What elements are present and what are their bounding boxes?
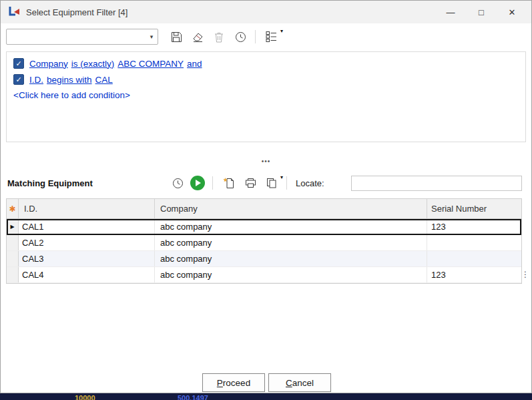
print-button[interactable] bbox=[240, 174, 260, 192]
column-header-serial[interactable]: Serial Number bbox=[427, 199, 521, 218]
condition-operator-link[interactable]: is (exactly) bbox=[71, 59, 115, 69]
table-row[interactable]: CAL2 abc company bbox=[7, 235, 521, 251]
trash-icon bbox=[213, 31, 225, 43]
cell-serial[interactable] bbox=[427, 251, 521, 266]
cell-serial[interactable] bbox=[427, 235, 521, 250]
copy-export-button[interactable]: ▾ bbox=[262, 174, 282, 192]
section-title: Matching Equipment bbox=[7, 178, 166, 188]
window-title: Select Equipment Filter [4] bbox=[26, 7, 435, 17]
table-row[interactable]: CAL4 abc company 123 bbox=[7, 267, 521, 283]
toolbar-separator bbox=[212, 176, 213, 190]
save-icon bbox=[170, 31, 183, 43]
row-selector[interactable] bbox=[7, 251, 19, 266]
filter-condition-row: ✓ I.D. begins with CAL bbox=[13, 74, 519, 85]
cell-company[interactable]: abc company bbox=[155, 219, 427, 234]
condition-conjunction-link[interactable]: and bbox=[187, 59, 202, 69]
clock-icon bbox=[172, 177, 184, 190]
eraser-icon bbox=[192, 31, 204, 43]
window-controls: — □ ✕ bbox=[435, 1, 527, 23]
column-header-company[interactable]: Company bbox=[155, 199, 427, 218]
cancel-accesskey: C bbox=[286, 378, 292, 388]
new-document-button[interactable] bbox=[219, 174, 239, 192]
filter-history-button[interactable] bbox=[230, 28, 250, 45]
background-text-fragment: 10000 bbox=[75, 394, 95, 400]
toolbar-separator bbox=[286, 176, 287, 190]
dropdown-arrow-icon: ▾ bbox=[280, 28, 283, 34]
add-condition-link[interactable]: <Click here to add condition> bbox=[13, 90, 519, 100]
filter-condition-row: ✓ Company is (exactly) ABC COMPANY and bbox=[13, 58, 519, 69]
play-icon bbox=[196, 180, 201, 186]
locate-input[interactable] bbox=[351, 176, 522, 191]
minimize-button[interactable]: — bbox=[435, 1, 466, 23]
check-icon: ✓ bbox=[15, 75, 21, 84]
copy-icon bbox=[266, 177, 278, 189]
dialog-window: Select Equipment Filter [4] — □ ✕ ▾ bbox=[0, 0, 532, 393]
condition-field-link[interactable]: Company bbox=[29, 59, 68, 69]
table-row[interactable]: ▶ CAL1 abc company 123 bbox=[7, 219, 521, 235]
screen: Select Equipment Filter [4] — □ ✕ ▾ bbox=[0, 0, 532, 400]
condition-checkbox[interactable]: ✓ bbox=[13, 58, 24, 69]
app-logo-icon bbox=[7, 5, 21, 19]
cell-serial[interactable]: 123 bbox=[427, 267, 521, 282]
cell-id[interactable]: CAL1 bbox=[19, 219, 155, 234]
toolbar-separator bbox=[255, 30, 256, 43]
check-icon: ✓ bbox=[15, 59, 21, 68]
filter-toolbar: ▾ bbox=[1, 26, 531, 47]
cell-company[interactable]: abc company bbox=[155, 235, 427, 250]
proceed-label: roceed bbox=[223, 378, 250, 388]
background-app-strip: 10000 500.1497 bbox=[0, 393, 532, 400]
cell-id[interactable]: CAL4 bbox=[19, 267, 155, 282]
saved-filter-combobox[interactable]: ▾ bbox=[6, 29, 158, 45]
clear-filter-button[interactable] bbox=[188, 28, 208, 45]
current-row-pointer-icon: ▶ bbox=[10, 224, 14, 230]
cell-company[interactable]: abc company bbox=[155, 267, 427, 282]
save-filter-button[interactable] bbox=[166, 28, 186, 45]
dropdown-arrow-icon: ▾ bbox=[280, 174, 283, 180]
condition-value-link[interactable]: CAL bbox=[95, 75, 113, 85]
proceed-accesskey: P bbox=[217, 378, 223, 388]
grid-selector-header[interactable]: ✱ bbox=[7, 199, 19, 218]
printer-icon bbox=[244, 177, 257, 189]
cell-serial[interactable]: 123 bbox=[427, 219, 521, 234]
proceed-button[interactable]: Proceed bbox=[202, 373, 265, 392]
maximize-button[interactable]: □ bbox=[466, 1, 497, 23]
vertical-splitter-handle[interactable]: ⋮ bbox=[521, 270, 529, 278]
cancel-button[interactable]: Cancel bbox=[268, 373, 331, 392]
table-row[interactable]: CAL3 abc company bbox=[7, 251, 521, 267]
cell-id[interactable]: CAL3 bbox=[19, 251, 155, 266]
delete-filter-button[interactable] bbox=[209, 28, 229, 45]
horizontal-splitter-handle[interactable]: ••• bbox=[1, 158, 531, 165]
condition-field-link[interactable]: I.D. bbox=[29, 75, 43, 85]
filter-conditions-panel: ✓ Company is (exactly) ABC COMPANY and ✓… bbox=[6, 51, 526, 142]
history-button[interactable] bbox=[168, 174, 188, 192]
cell-id[interactable]: CAL2 bbox=[19, 235, 155, 250]
row-selector[interactable]: ▶ bbox=[7, 219, 19, 234]
clock-icon bbox=[234, 31, 247, 43]
condition-checkbox[interactable]: ✓ bbox=[13, 74, 24, 85]
column-header-id[interactable]: I.D. bbox=[19, 199, 155, 218]
run-query-button[interactable] bbox=[190, 176, 205, 190]
locate-label: Locate: bbox=[296, 178, 324, 188]
results-toolbar: Matching Equipment bbox=[1, 171, 531, 195]
new-document-icon bbox=[223, 177, 236, 190]
cell-company[interactable]: abc company bbox=[155, 251, 427, 266]
condition-operator-link[interactable]: begins with bbox=[47, 75, 92, 85]
combo-dropdown-icon[interactable]: ▾ bbox=[146, 33, 158, 40]
close-button[interactable]: ✕ bbox=[497, 1, 527, 23]
background-text-fragment: 500.1497 bbox=[178, 394, 208, 400]
saved-filter-input[interactable] bbox=[7, 30, 146, 43]
grid-header-row: ✱ I.D. Company Serial Number bbox=[7, 199, 521, 219]
title-bar: Select Equipment Filter [4] — □ ✕ bbox=[1, 1, 531, 23]
condition-value-link[interactable]: ABC COMPANY bbox=[117, 59, 184, 69]
cancel-label: ancel bbox=[292, 378, 314, 388]
field-chooser-button[interactable]: ▾ bbox=[262, 28, 282, 45]
field-list-icon bbox=[265, 31, 278, 43]
row-selector[interactable] bbox=[7, 267, 19, 282]
new-row-indicator-icon: ✱ bbox=[9, 204, 15, 214]
matching-equipment-grid: ✱ I.D. Company Serial Number ▶ CAL1 abc … bbox=[6, 198, 522, 284]
row-selector[interactable] bbox=[7, 235, 19, 250]
